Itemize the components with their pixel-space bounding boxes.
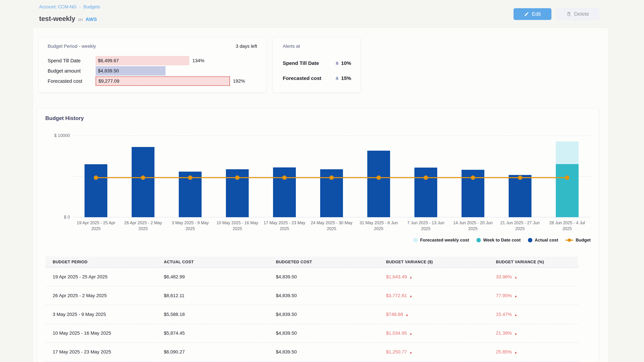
page-title: test-weekly — [39, 15, 75, 23]
days-left-label: 3 days left — [236, 43, 257, 49]
delete-button[interactable]: Delete — [556, 8, 599, 20]
actual-cost-bar[interactable] — [273, 167, 296, 217]
table-header-cell: BUDGET PERIOD — [46, 260, 157, 264]
breadcrumb-budgets-link[interactable]: Budgets — [83, 4, 100, 9]
cell-budget-variance-pct: 77.95%▲ — [489, 293, 578, 298]
legend-circle-marker — [528, 238, 532, 242]
x-axis-label: 19 Apr 2025 - 25 Apr 2025 — [75, 220, 117, 232]
cell-actual-cost: $6,090.27 — [157, 349, 269, 355]
cell-budgeted-cost: $4,839.50 — [269, 274, 379, 280]
budget-period-card: Budget Period - weekly 3 days left Spend… — [38, 37, 266, 92]
table-header-cell: BUDGETED COST — [269, 260, 379, 264]
spend-till-date-bar[interactable]: $6,499.67 — [96, 56, 189, 65]
edit-button[interactable]: Edit — [514, 8, 552, 20]
budget-history-chart: $ 10000 $ 0 19 Apr 2025 - 25 Apr 202526 … — [37, 108, 599, 248]
legend-item-budget[interactable]: Budget — [566, 238, 591, 243]
triangle-up-icon: ▲ — [410, 351, 412, 354]
table-row[interactable]: 17 May 2025 - 23 May 2025$6,090.27$4,839… — [46, 343, 578, 362]
budget-history-card: Budget History $ 10000 $ 0 19 Apr 2025 -… — [37, 108, 599, 362]
cell-actual-cost: $8,612.11 — [157, 293, 269, 298]
budget-period-rows: Spend Till Date $6,499.67 134% Budget am… — [48, 56, 257, 87]
triangle-up-icon: ▲ — [514, 332, 518, 335]
bell-icon — [335, 76, 340, 81]
triangle-up-icon: ▲ — [410, 332, 412, 335]
cell-budgeted-cost: $4,839.50 — [269, 331, 379, 336]
budget-amount-bar[interactable]: $4,839.50 — [96, 66, 166, 76]
cell-budgeted-cost: $4,839.50 — [269, 312, 379, 317]
budget-point[interactable] — [518, 175, 522, 180]
legend-label: Forecasted weekly cost — [420, 238, 469, 243]
cloud-provider-label: AWS — [85, 16, 97, 22]
alert-spend-threshold: 10% — [341, 60, 351, 66]
x-axis-label: 7 Jun 2025 - 13 Jun 2025 — [405, 220, 447, 232]
chart-legend: Forecasted weekly costWeek to Date costA… — [414, 238, 591, 243]
legend-line-dot-marker — [566, 240, 573, 241]
pencil-icon — [524, 11, 529, 16]
cell-budget-variance-pct: 33.96%▲ — [489, 274, 578, 280]
x-axis-labels: 19 Apr 2025 - 25 Apr 202526 Apr 2025 - 2… — [72, 220, 591, 238]
budget-point[interactable] — [424, 175, 428, 180]
x-axis-label: 26 Apr 2025 - 2 May 2025 — [122, 220, 164, 232]
table-row[interactable]: 10 May 2025 - 16 May 2025$5,874.45$4,839… — [46, 324, 578, 343]
actual-cost-bar[interactable] — [367, 151, 390, 217]
x-axis-label: 17 May 2025 - 23 May 2025 — [264, 220, 306, 232]
actual-cost-bar[interactable] — [132, 147, 154, 217]
title-row: test-weekly on AWS — [39, 15, 97, 23]
x-axis-label: 10 May 2025 - 16 May 2025 — [216, 220, 258, 232]
legend-item-forecasted-weekly-cost[interactable]: Forecasted weekly cost — [414, 238, 469, 243]
table-header-row: BUDGET PERIODACTUAL COSTBUDGETED COSTBUD… — [46, 257, 578, 268]
legend-item-week-to-date-cost[interactable]: Week to Date cost — [476, 238, 520, 243]
cell-budget-variance-usd: $3,772.61▲ — [379, 293, 489, 298]
forecasted-cost-row: Forecasted cost $9,277.09 192% — [48, 76, 257, 86]
alert-forecast-label: Forecasted cost — [283, 75, 321, 81]
cell-budget-variance-pct: 15.47%▲ — [489, 312, 578, 317]
table-row[interactable]: 19 Apr 2025 - 25 Apr 2025$6,482.99$4,839… — [46, 268, 578, 286]
cell-budget-variance-usd: $1,250.77▲ — [379, 349, 489, 355]
forecasted-cost-label: Forecasted cost — [48, 78, 96, 84]
cell-period: 3 May 2025 - 9 May 2025 — [46, 312, 157, 317]
triangle-up-icon: ▲ — [405, 313, 408, 317]
trash-icon — [566, 11, 572, 16]
table-header-cell: BUDGET VARIANCE ($) — [379, 260, 489, 264]
edit-button-label: Edit — [532, 11, 541, 17]
actual-cost-bar[interactable] — [84, 164, 107, 217]
bell-icon — [335, 61, 340, 65]
table-header-cell: ACTUAL COST — [157, 260, 269, 264]
cell-actual-cost: $5,588.18 — [157, 312, 269, 317]
actual-cost-bar[interactable] — [509, 175, 532, 217]
legend-label: Actual cost — [535, 238, 558, 243]
forecasted-weekly-bar[interactable] — [556, 141, 578, 164]
spend-till-date-label: Spend Till Date — [48, 58, 96, 63]
x-axis-label: 31 May 2025 - 6 Jun 2025 — [358, 220, 400, 232]
forecasted-cost-bar[interactable]: $9,277.09 — [96, 76, 230, 86]
budget-detail-page: Account: CCM-NG › Budgets test-weekly on… — [0, 0, 644, 362]
table-row[interactable]: 26 Apr 2025 - 2 May 2025$8,612.11$4,839.… — [46, 286, 578, 305]
triangle-up-icon: ▲ — [514, 276, 518, 279]
table-body: 19 Apr 2025 - 25 Apr 2025$6,482.99$4,839… — [46, 268, 578, 362]
week-to-date-bar[interactable] — [556, 164, 578, 217]
title-on-word: on — [78, 17, 83, 22]
breadcrumb-account-link[interactable]: Account: CCM-NG — [39, 4, 77, 9]
x-axis-label: 14 Jun 2025 - 20 Jun 2025 — [452, 220, 494, 232]
header-actions: Edit Delete — [514, 8, 599, 20]
budget-amount-label: Budget amount — [48, 68, 96, 74]
budget-period-card-title: Budget Period - weekly — [48, 43, 96, 49]
cell-actual-cost: $5,874.45 — [157, 331, 269, 336]
spend-till-date-percent: 134% — [192, 58, 204, 63]
cell-actual-cost: $6,482.99 — [157, 274, 269, 280]
alerts-card-title: Alerts at — [283, 43, 300, 49]
budget-point[interactable] — [565, 175, 569, 180]
alert-forecast-row: Forecasted cost 15% — [283, 75, 351, 81]
legend-label: Week to Date cost — [483, 238, 520, 243]
actual-cost-bar[interactable] — [414, 168, 437, 217]
table-row[interactable]: 3 May 2025 - 9 May 2025$5,588.18$4,839.5… — [46, 305, 578, 324]
triangle-up-icon: ▲ — [514, 351, 518, 354]
alert-spend-label: Spend Till Date — [283, 60, 319, 66]
legend-item-actual-cost[interactable]: Actual cost — [528, 238, 558, 243]
cell-budget-variance-usd: $1,643.49▲ — [379, 274, 489, 280]
cell-budget-variance-usd: $1,034.95▲ — [379, 331, 489, 336]
topbar: Account: CCM-NG › Budgets test-weekly on… — [33, 0, 608, 28]
gridline-10000 — [72, 136, 591, 136]
chevron-right-icon: › — [79, 4, 81, 9]
budget-point[interactable] — [471, 175, 475, 180]
